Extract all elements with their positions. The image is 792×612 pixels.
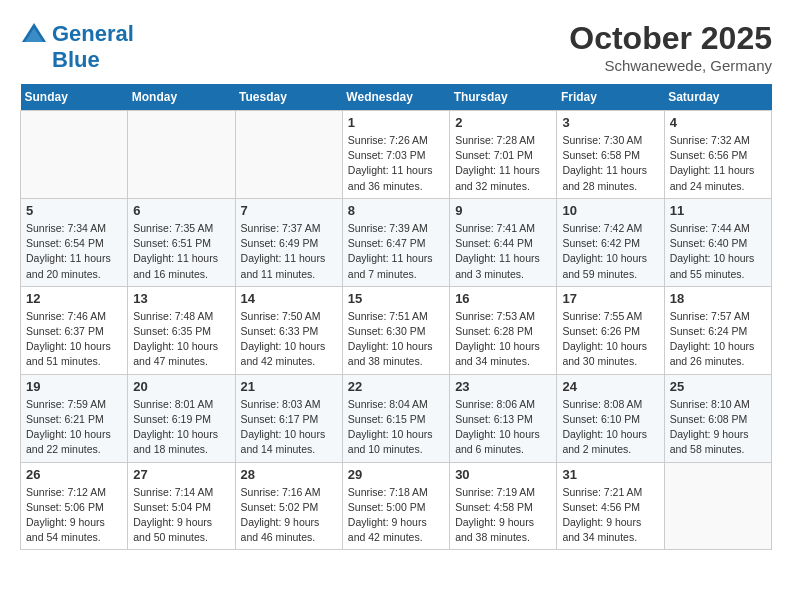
day-info: Sunrise: 8:03 AM Sunset: 6:17 PM Dayligh…	[241, 397, 337, 458]
calendar-week-3: 12Sunrise: 7:46 AM Sunset: 6:37 PM Dayli…	[21, 286, 772, 374]
calendar-cell: 20Sunrise: 8:01 AM Sunset: 6:19 PM Dayli…	[128, 374, 235, 462]
day-info: Sunrise: 8:04 AM Sunset: 6:15 PM Dayligh…	[348, 397, 444, 458]
day-number: 9	[455, 203, 551, 218]
day-number: 30	[455, 467, 551, 482]
month-title: October 2025	[569, 20, 772, 57]
calendar-cell: 12Sunrise: 7:46 AM Sunset: 6:37 PM Dayli…	[21, 286, 128, 374]
calendar-cell: 4Sunrise: 7:32 AM Sunset: 6:56 PM Daylig…	[664, 111, 771, 199]
weekday-header-wednesday: Wednesday	[342, 84, 449, 111]
logo-text: General	[52, 22, 134, 46]
day-number: 17	[562, 291, 658, 306]
calendar-cell: 6Sunrise: 7:35 AM Sunset: 6:51 PM Daylig…	[128, 198, 235, 286]
calendar-cell: 19Sunrise: 7:59 AM Sunset: 6:21 PM Dayli…	[21, 374, 128, 462]
calendar-cell: 16Sunrise: 7:53 AM Sunset: 6:28 PM Dayli…	[450, 286, 557, 374]
weekday-header-tuesday: Tuesday	[235, 84, 342, 111]
weekday-header-friday: Friday	[557, 84, 664, 111]
day-number: 21	[241, 379, 337, 394]
day-number: 29	[348, 467, 444, 482]
weekday-row: SundayMondayTuesdayWednesdayThursdayFrid…	[21, 84, 772, 111]
day-info: Sunrise: 7:39 AM Sunset: 6:47 PM Dayligh…	[348, 221, 444, 282]
calendar-cell	[21, 111, 128, 199]
day-info: Sunrise: 7:48 AM Sunset: 6:35 PM Dayligh…	[133, 309, 229, 370]
day-info: Sunrise: 7:34 AM Sunset: 6:54 PM Dayligh…	[26, 221, 122, 282]
day-info: Sunrise: 7:59 AM Sunset: 6:21 PM Dayligh…	[26, 397, 122, 458]
day-number: 27	[133, 467, 229, 482]
day-info: Sunrise: 8:01 AM Sunset: 6:19 PM Dayligh…	[133, 397, 229, 458]
calendar-cell: 23Sunrise: 8:06 AM Sunset: 6:13 PM Dayli…	[450, 374, 557, 462]
calendar-cell: 25Sunrise: 8:10 AM Sunset: 6:08 PM Dayli…	[664, 374, 771, 462]
calendar-cell: 7Sunrise: 7:37 AM Sunset: 6:49 PM Daylig…	[235, 198, 342, 286]
day-info: Sunrise: 8:06 AM Sunset: 6:13 PM Dayligh…	[455, 397, 551, 458]
day-info: Sunrise: 7:46 AM Sunset: 6:37 PM Dayligh…	[26, 309, 122, 370]
calendar-cell: 29Sunrise: 7:18 AM Sunset: 5:00 PM Dayli…	[342, 462, 449, 550]
day-info: Sunrise: 8:10 AM Sunset: 6:08 PM Dayligh…	[670, 397, 766, 458]
day-info: Sunrise: 7:42 AM Sunset: 6:42 PM Dayligh…	[562, 221, 658, 282]
day-number: 15	[348, 291, 444, 306]
calendar-cell: 17Sunrise: 7:55 AM Sunset: 6:26 PM Dayli…	[557, 286, 664, 374]
day-info: Sunrise: 7:14 AM Sunset: 5:04 PM Dayligh…	[133, 485, 229, 546]
calendar-body: 1Sunrise: 7:26 AM Sunset: 7:03 PM Daylig…	[21, 111, 772, 550]
calendar-cell: 15Sunrise: 7:51 AM Sunset: 6:30 PM Dayli…	[342, 286, 449, 374]
page-header: General Blue October 2025 Schwanewede, G…	[20, 20, 772, 74]
day-number: 7	[241, 203, 337, 218]
day-info: Sunrise: 7:55 AM Sunset: 6:26 PM Dayligh…	[562, 309, 658, 370]
calendar-cell: 28Sunrise: 7:16 AM Sunset: 5:02 PM Dayli…	[235, 462, 342, 550]
logo-blue: Blue	[20, 48, 100, 72]
day-info: Sunrise: 7:21 AM Sunset: 4:56 PM Dayligh…	[562, 485, 658, 546]
day-number: 16	[455, 291, 551, 306]
calendar-cell: 3Sunrise: 7:30 AM Sunset: 6:58 PM Daylig…	[557, 111, 664, 199]
day-number: 20	[133, 379, 229, 394]
day-info: Sunrise: 8:08 AM Sunset: 6:10 PM Dayligh…	[562, 397, 658, 458]
calendar-cell: 22Sunrise: 8:04 AM Sunset: 6:15 PM Dayli…	[342, 374, 449, 462]
day-info: Sunrise: 7:32 AM Sunset: 6:56 PM Dayligh…	[670, 133, 766, 194]
calendar-cell: 10Sunrise: 7:42 AM Sunset: 6:42 PM Dayli…	[557, 198, 664, 286]
day-number: 12	[26, 291, 122, 306]
day-number: 26	[26, 467, 122, 482]
day-info: Sunrise: 7:16 AM Sunset: 5:02 PM Dayligh…	[241, 485, 337, 546]
day-info: Sunrise: 7:44 AM Sunset: 6:40 PM Dayligh…	[670, 221, 766, 282]
day-info: Sunrise: 7:26 AM Sunset: 7:03 PM Dayligh…	[348, 133, 444, 194]
logo-icon	[20, 20, 48, 48]
day-number: 11	[670, 203, 766, 218]
calendar-table: SundayMondayTuesdayWednesdayThursdayFrid…	[20, 84, 772, 550]
calendar-header: SundayMondayTuesdayWednesdayThursdayFrid…	[21, 84, 772, 111]
calendar-cell	[664, 462, 771, 550]
calendar-cell: 11Sunrise: 7:44 AM Sunset: 6:40 PM Dayli…	[664, 198, 771, 286]
calendar-cell: 1Sunrise: 7:26 AM Sunset: 7:03 PM Daylig…	[342, 111, 449, 199]
weekday-header-monday: Monday	[128, 84, 235, 111]
calendar-cell: 31Sunrise: 7:21 AM Sunset: 4:56 PM Dayli…	[557, 462, 664, 550]
day-number: 13	[133, 291, 229, 306]
calendar-cell	[128, 111, 235, 199]
day-number: 5	[26, 203, 122, 218]
calendar-week-4: 19Sunrise: 7:59 AM Sunset: 6:21 PM Dayli…	[21, 374, 772, 462]
day-number: 31	[562, 467, 658, 482]
day-info: Sunrise: 7:51 AM Sunset: 6:30 PM Dayligh…	[348, 309, 444, 370]
day-number: 14	[241, 291, 337, 306]
calendar-cell: 30Sunrise: 7:19 AM Sunset: 4:58 PM Dayli…	[450, 462, 557, 550]
weekday-header-saturday: Saturday	[664, 84, 771, 111]
day-info: Sunrise: 7:12 AM Sunset: 5:06 PM Dayligh…	[26, 485, 122, 546]
day-info: Sunrise: 7:18 AM Sunset: 5:00 PM Dayligh…	[348, 485, 444, 546]
calendar-cell: 27Sunrise: 7:14 AM Sunset: 5:04 PM Dayli…	[128, 462, 235, 550]
calendar-cell: 8Sunrise: 7:39 AM Sunset: 6:47 PM Daylig…	[342, 198, 449, 286]
day-number: 2	[455, 115, 551, 130]
day-info: Sunrise: 7:53 AM Sunset: 6:28 PM Dayligh…	[455, 309, 551, 370]
calendar-cell: 9Sunrise: 7:41 AM Sunset: 6:44 PM Daylig…	[450, 198, 557, 286]
day-number: 25	[670, 379, 766, 394]
calendar-cell: 5Sunrise: 7:34 AM Sunset: 6:54 PM Daylig…	[21, 198, 128, 286]
day-number: 3	[562, 115, 658, 130]
day-info: Sunrise: 7:41 AM Sunset: 6:44 PM Dayligh…	[455, 221, 551, 282]
calendar-week-5: 26Sunrise: 7:12 AM Sunset: 5:06 PM Dayli…	[21, 462, 772, 550]
calendar-cell: 21Sunrise: 8:03 AM Sunset: 6:17 PM Dayli…	[235, 374, 342, 462]
day-number: 10	[562, 203, 658, 218]
day-info: Sunrise: 7:35 AM Sunset: 6:51 PM Dayligh…	[133, 221, 229, 282]
day-number: 24	[562, 379, 658, 394]
weekday-header-thursday: Thursday	[450, 84, 557, 111]
day-number: 23	[455, 379, 551, 394]
day-number: 6	[133, 203, 229, 218]
day-info: Sunrise: 7:57 AM Sunset: 6:24 PM Dayligh…	[670, 309, 766, 370]
day-info: Sunrise: 7:19 AM Sunset: 4:58 PM Dayligh…	[455, 485, 551, 546]
calendar-week-2: 5Sunrise: 7:34 AM Sunset: 6:54 PM Daylig…	[21, 198, 772, 286]
calendar-cell: 2Sunrise: 7:28 AM Sunset: 7:01 PM Daylig…	[450, 111, 557, 199]
day-info: Sunrise: 7:28 AM Sunset: 7:01 PM Dayligh…	[455, 133, 551, 194]
